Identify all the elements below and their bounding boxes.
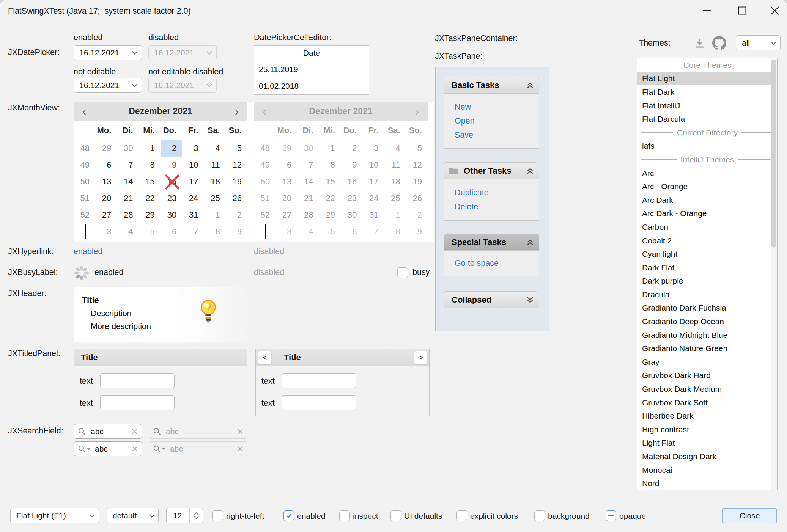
theme-list-item[interactable]: Carbon xyxy=(637,220,771,234)
calendar-day[interactable]: 13 xyxy=(95,173,117,190)
theme-list-item[interactable]: Nord xyxy=(637,477,771,490)
theme-list-item[interactable]: lafs xyxy=(637,140,771,153)
calendar-day[interactable]: 1 xyxy=(139,140,161,157)
calendar-day[interactable]: 12 xyxy=(226,157,247,173)
themes-scrollbar-thumb[interactable] xyxy=(771,60,776,248)
collapse-icon[interactable] xyxy=(527,82,534,88)
checkbox-right-to-left[interactable] xyxy=(212,510,223,521)
font-size-spinner[interactable]: 12 xyxy=(166,508,203,523)
calendar-day[interactable]: 6 xyxy=(161,223,182,240)
search-input[interactable] xyxy=(90,444,132,454)
checkbox-inspect[interactable] xyxy=(339,510,350,521)
datepicker-dropdown-button[interactable] xyxy=(127,78,142,92)
themes-list[interactable]: Core ThemesFlat LightFlat DarkFlat Intel… xyxy=(637,58,778,490)
next-month-icon[interactable]: › xyxy=(226,103,247,120)
monthview-enabled[interactable]: ‹Dezember 2021›Mo.Di.Mi.Do.Fr.Sa.So.4829… xyxy=(74,102,247,242)
hyperlink-enabled[interactable]: enabled xyxy=(74,247,103,256)
calendar-day[interactable]: 28 xyxy=(117,207,139,223)
themes-filter-combobox[interactable]: all xyxy=(736,35,781,50)
theme-list-item[interactable]: Gradianto Nature Green xyxy=(637,342,771,355)
taskpane-header[interactable]: Special Tasks xyxy=(444,234,539,251)
search-field-enabled[interactable] xyxy=(74,424,142,439)
theme-list-item[interactable]: Material Design Dark xyxy=(637,450,771,463)
checkbox-enabled[interactable] xyxy=(283,510,294,521)
calendar-day[interactable]: 5 xyxy=(226,140,247,157)
laf-combobox[interactable]: Flat Light (F1) xyxy=(10,508,99,523)
checkbox-opaque[interactable] xyxy=(606,510,616,521)
theme-list-item[interactable]: Arc Dark - Orange xyxy=(637,207,771,221)
calendar-day[interactable]: 3 xyxy=(182,140,204,157)
calendar-day[interactable]: 2 xyxy=(226,207,247,223)
calendar-day[interactable]: 30 xyxy=(117,140,139,157)
theme-list-item[interactable]: Gradianto Dark Fuchsia xyxy=(637,301,771,315)
clear-icon[interactable] xyxy=(132,428,138,435)
calendar-day[interactable]: 8 xyxy=(139,157,161,173)
theme-list-item[interactable]: Dark Flat xyxy=(637,261,771,275)
theme-list-item[interactable]: Gradianto Deep Ocean xyxy=(637,315,771,328)
busy-checkbox[interactable] xyxy=(397,267,408,278)
close-window-button[interactable] xyxy=(764,1,786,20)
clear-icon[interactable] xyxy=(132,446,138,452)
calendar-day[interactable]: 25 xyxy=(204,190,225,207)
theme-list-item[interactable]: Flat Dark xyxy=(637,85,771,99)
theme-list-item[interactable]: Flat IntelliJ xyxy=(637,99,771,113)
taskpane-link[interactable]: Go to space xyxy=(455,259,539,268)
taskpane-header[interactable]: Basic Tasks xyxy=(444,77,539,94)
table-row[interactable]: 01.02.2018 xyxy=(254,78,369,94)
checkbox-UI-defaults[interactable] xyxy=(390,510,401,521)
theme-list-item[interactable]: Gruvbox Dark Hard xyxy=(637,369,771,383)
calendar-day[interactable]: 17 xyxy=(182,173,204,190)
calendar-day[interactable]: 16 xyxy=(161,173,182,190)
calendar-day[interactable]: 3 xyxy=(95,223,117,240)
datepicker-not-editable[interactable]: 16.12.2021 xyxy=(74,78,142,93)
clear-icon[interactable] xyxy=(237,446,243,452)
maximize-button[interactable] xyxy=(731,1,753,20)
theme-list-item[interactable]: Flat Light xyxy=(637,72,771,86)
theme-list-item[interactable]: Arc xyxy=(637,166,771,180)
taskpane-link[interactable]: New xyxy=(455,102,539,112)
checkbox-background[interactable] xyxy=(534,510,545,521)
taskpane-header[interactable]: Collapsed xyxy=(444,291,539,308)
titled-panel-left-field-2[interactable] xyxy=(100,395,175,410)
download-icon[interactable] xyxy=(693,37,706,50)
titled-panel-left-field-1[interactable] xyxy=(100,373,175,388)
theme-list-item[interactable]: Gruvbox Dark Soft xyxy=(637,396,771,410)
theme-list-item[interactable]: Gray xyxy=(637,355,771,369)
taskpane-link[interactable]: Save xyxy=(455,130,539,140)
calendar-day[interactable]: 15 xyxy=(139,173,161,190)
taskpane-header[interactable]: Other Tasks xyxy=(444,162,539,179)
calendar-day[interactable]: 27 xyxy=(95,207,117,223)
theme-list-item[interactable]: Hiberbee Dark xyxy=(637,409,771,423)
calendar-day[interactable]: 2 xyxy=(161,140,182,157)
theme-list-item[interactable]: Cyan light xyxy=(637,247,771,261)
calendar-day[interactable]: 8 xyxy=(204,223,225,240)
calendar-day[interactable]: 11 xyxy=(204,157,225,173)
search-input[interactable] xyxy=(86,427,132,436)
calendar-day[interactable]: 7 xyxy=(117,157,139,173)
scale-combobox[interactable]: default xyxy=(107,508,159,523)
calendar-day[interactable]: 18 xyxy=(204,173,225,190)
theme-list-item[interactable]: Light Flat xyxy=(637,436,771,450)
calendar-day[interactable]: 22 xyxy=(139,190,161,207)
theme-list-item[interactable]: Dracula xyxy=(637,288,771,301)
spinner-buttons[interactable] xyxy=(189,508,203,523)
calendar-day[interactable]: 24 xyxy=(182,190,204,207)
clear-icon[interactable] xyxy=(237,428,243,435)
calendar-day[interactable]: 23 xyxy=(161,190,182,207)
prev-month-icon[interactable]: ‹ xyxy=(74,103,95,120)
calendar-day[interactable]: 29 xyxy=(95,140,117,157)
taskpane-link[interactable]: Open xyxy=(455,116,539,126)
calendar-day[interactable]: 4 xyxy=(204,140,225,157)
calendar-day[interactable]: 5 xyxy=(139,223,161,240)
titled-panel-prev-button[interactable]: < xyxy=(258,351,272,364)
theme-list-item[interactable]: Arc - Orange xyxy=(637,180,771,193)
github-icon[interactable] xyxy=(712,36,726,50)
calendar-day[interactable]: 1 xyxy=(204,207,225,223)
theme-list-item[interactable]: Gradianto Midnight Blue xyxy=(637,328,771,342)
calendar-day[interactable]: 19 xyxy=(226,173,247,190)
calendar-day[interactable]: 10 xyxy=(182,157,204,173)
calendar-day[interactable]: 30 xyxy=(161,207,182,223)
calendar-day[interactable]: 7 xyxy=(182,223,204,240)
calendar-day[interactable]: 14 xyxy=(117,173,139,190)
datepicker-dropdown-button[interactable] xyxy=(127,46,142,60)
